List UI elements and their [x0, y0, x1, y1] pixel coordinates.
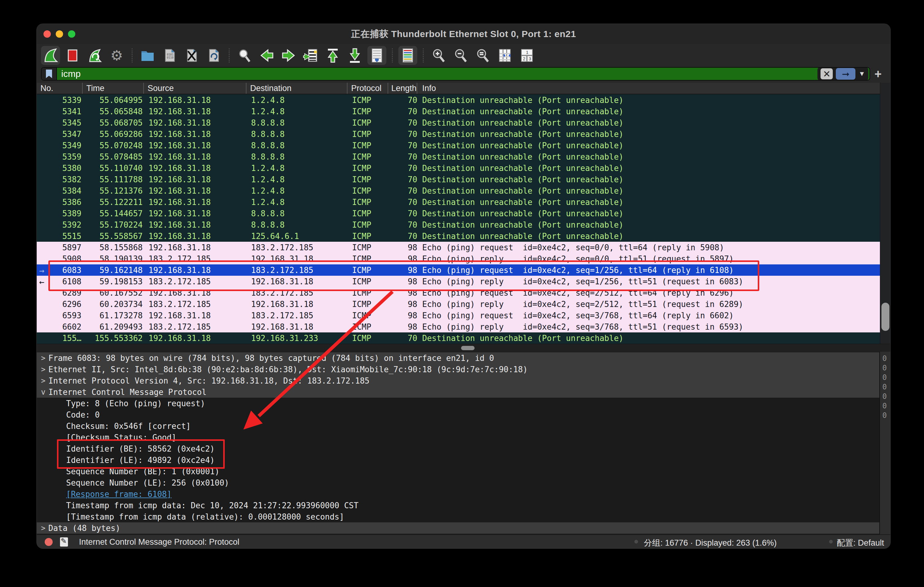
packet-row[interactable]: 5380 55.110740 192.168.31.18 1.2.4.8 ICM… [37, 162, 880, 174]
packet-row[interactable]: 5339 55.064995 192.168.31.18 1.2.4.8 ICM… [37, 94, 880, 106]
packet-row[interactable]: 5347 55.069286 192.168.31.18 8.8.8.8 ICM… [37, 128, 880, 140]
detail-line[interactable]: [Response frame: 6108] [37, 488, 879, 500]
reload-file-button[interactable] [204, 46, 223, 65]
column-header-no[interactable]: No. [37, 83, 82, 94]
packet-no: 6296 [62, 299, 81, 309]
detail-line[interactable]: > Internet Protocol Version 4, Src: 192.… [37, 375, 879, 386]
minimize-window-button[interactable] [56, 30, 63, 38]
packet-row[interactable]: 5908 58.190139 183.2.172.185 192.168.31.… [37, 253, 880, 265]
packet-row[interactable]: 5345 55.068705 192.168.31.18 8.8.8.8 ICM… [37, 117, 880, 128]
filter-dropdown-chevron-icon[interactable]: ▼ [858, 70, 865, 78]
layout-panes-button[interactable]: 123 [517, 46, 536, 65]
expander-icon[interactable]: > [37, 524, 47, 532]
go-forward-button[interactable] [279, 46, 298, 65]
resize-columns-button[interactable] [495, 46, 514, 65]
packet-row[interactable]: 6593 61.173278 192.168.31.18 183.2.172.1… [37, 310, 880, 321]
capture-options-button[interactable]: ⚙ [107, 46, 126, 65]
detail-line[interactable]: Sequence Number (LE): 256 (0x0100) [37, 477, 879, 488]
close-file-button[interactable] [182, 46, 201, 65]
filter-value[interactable]: icmp [57, 69, 817, 79]
expander-icon[interactable]: > [37, 354, 47, 362]
expander-icon[interactable]: v [37, 388, 47, 397]
detail-line[interactable]: Code: 0 [37, 409, 879, 420]
packet-time: 58.155868 [82, 243, 144, 252]
detail-text: Internet Control Message Protocol [47, 387, 207, 397]
packet-source: 183.2.172.185 [144, 299, 246, 309]
status-profile[interactable]: 配置: Default [837, 537, 884, 548]
column-header-time[interactable]: Time [82, 83, 144, 94]
find-packet-button[interactable] [235, 46, 254, 65]
packet-row[interactable]: 5341 55.065848 192.168.31.18 1.2.4.8 ICM… [37, 106, 880, 117]
detail-line[interactable]: Identifier (LE): 49892 (0xc2e4) [37, 454, 879, 466]
go-back-button[interactable] [257, 46, 276, 65]
maximize-window-button[interactable] [68, 30, 75, 38]
packet-row[interactable]: 5349 55.070248 192.168.31.18 8.8.8.8 ICM… [37, 140, 880, 151]
packet-no: 5897 [62, 243, 81, 252]
hscrollbar-thumb[interactable] [461, 346, 475, 350]
packet-row[interactable]: 5384 55.121376 192.168.31.18 1.2.4.8 ICM… [37, 185, 880, 197]
auto-scroll-button[interactable] [367, 46, 386, 65]
packet-row[interactable]: →6083 59.162148 192.168.31.18 183.2.172.… [37, 265, 880, 276]
detail-line[interactable]: [Checksum Status: Good] [37, 432, 879, 443]
start-capture-button[interactable] [41, 46, 60, 65]
filter-apply-button[interactable]: ➞ [836, 68, 855, 79]
column-header-length[interactable]: Length [388, 83, 417, 94]
scrollbar-thumb[interactable] [881, 303, 889, 331]
capture-comment-icon[interactable] [60, 537, 68, 547]
column-header-source[interactable]: Source [144, 83, 246, 94]
packet-row[interactable]: 155… 155.553362 192.168.31.18 192.168.31… [37, 332, 880, 344]
packet-time: 55.078485 [82, 152, 144, 162]
packet-time: 155.553362 [82, 334, 144, 343]
filter-clear-button[interactable]: ✕ [820, 68, 833, 79]
packet-row[interactable]: 5515 55.558567 192.168.31.18 125.64.6.1 … [37, 230, 880, 242]
detail-line[interactable]: Identifier (BE): 58562 (0xe4c2) [37, 443, 879, 454]
zoom-in-button[interactable] [429, 46, 448, 65]
close-window-button[interactable] [43, 30, 51, 38]
detail-line[interactable]: Sequence Number (BE): 1 (0x0001) [37, 466, 879, 477]
packet-destination: 192.168.31.233 [246, 334, 348, 343]
detail-line[interactable]: Type: 8 (Echo (ping) request) [37, 398, 879, 409]
packet-row[interactable]: 5382 55.111788 192.168.31.18 1.2.4.8 ICM… [37, 174, 880, 185]
detail-line[interactable]: Timestamp from icmp data: Dec 10, 2024 2… [37, 500, 879, 511]
column-header-info[interactable]: Info [417, 83, 890, 94]
packet-row[interactable]: 5386 55.122211 192.168.31.18 1.2.4.8 ICM… [37, 197, 880, 208]
filter-bookmark-button[interactable] [42, 67, 57, 81]
expander-icon[interactable]: > [37, 365, 47, 374]
zoom-100-button[interactable] [474, 46, 492, 65]
packet-row[interactable]: ←6108 59.198153 183.2.172.185 192.168.31… [37, 276, 880, 287]
packet-row[interactable]: 5359 55.078485 192.168.31.18 8.8.8.8 ICM… [37, 151, 880, 162]
packet-no: 6108 [62, 277, 81, 286]
detail-line[interactable]: Checksum: 0x546f [correct] [37, 420, 879, 432]
packet-row[interactable]: 5897 58.155868 192.168.31.18 183.2.172.1… [37, 242, 880, 253]
packet-row[interactable]: 6296 60.203734 183.2.172.185 192.168.31.… [37, 298, 880, 310]
detail-line[interactable]: > Ethernet II, Src: Intel_8d:6b:38 (90:e… [37, 364, 879, 375]
packet-list-hscrollbar[interactable] [37, 344, 890, 352]
packet-row[interactable]: 6602 61.209493 183.2.172.185 192.168.31.… [37, 321, 880, 332]
go-first-packet-button[interactable] [323, 46, 342, 65]
detail-line[interactable]: [Timestamp from icmp data (relative): 0.… [37, 511, 879, 523]
packet-row[interactable]: 5389 55.144657 192.168.31.18 8.8.8.8 ICM… [37, 208, 880, 219]
column-header-destination[interactable]: Destination [246, 83, 348, 94]
save-file-button[interactable]: 01010110 [160, 46, 179, 65]
packet-row[interactable]: 5392 55.170224 192.168.31.18 8.8.8.8 ICM… [37, 219, 880, 230]
display-filter-input[interactable]: icmp ✕ ➞ ▼ [41, 67, 870, 81]
detail-line[interactable]: > Data (48 bytes) [37, 523, 879, 534]
open-file-button[interactable] [138, 46, 157, 65]
restart-capture-button[interactable] [85, 46, 104, 65]
column-header-protocol[interactable]: Protocol [348, 83, 388, 94]
stop-capture-button[interactable] [63, 46, 82, 65]
expander-icon[interactable]: > [37, 377, 47, 385]
go-last-packet-button[interactable] [345, 46, 364, 65]
detail-line[interactable]: v Internet Control Message Protocol [37, 386, 879, 398]
expert-info-icon[interactable] [45, 538, 53, 546]
go-to-packet-button[interactable] [301, 46, 320, 65]
packet-list-scrollbar[interactable] [880, 83, 890, 344]
zoom-out-button[interactable] [451, 46, 470, 65]
packet-length: 98 [388, 311, 417, 320]
packet-length: 98 [388, 243, 417, 252]
detail-line[interactable]: > Frame 6083: 98 bytes on wire (784 bits… [37, 352, 879, 364]
colorize-packets-button[interactable] [398, 46, 417, 65]
packet-row[interactable]: 6289 60.167552 192.168.31.18 183.2.172.1… [37, 287, 880, 298]
add-filter-button[interactable]: + [870, 67, 886, 81]
packet-destination: 183.2.172.185 [246, 311, 348, 320]
